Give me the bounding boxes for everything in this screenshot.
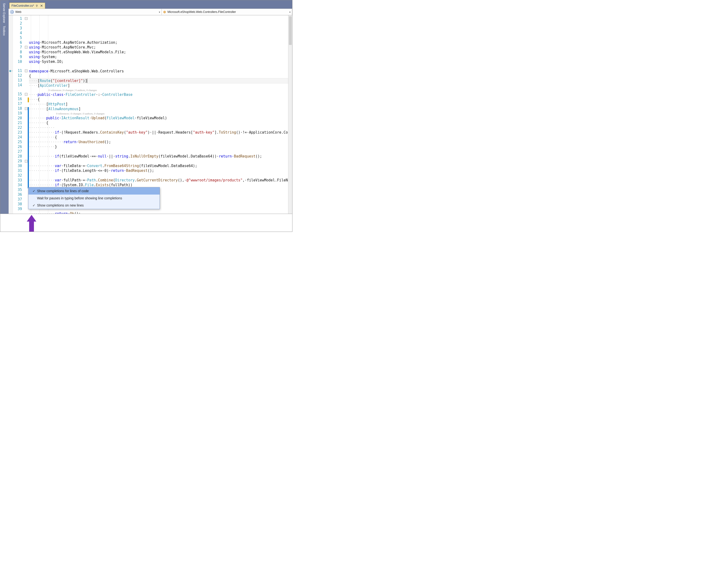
- fold-box-icon[interactable]: −: [25, 70, 27, 72]
- rail-tab-toolbox[interactable]: Toolbox: [0, 24, 8, 37]
- line-numbers: 1234567891011121314151617181920212223242…: [13, 15, 25, 225]
- fold-box-icon[interactable]: −: [25, 107, 27, 110]
- glyph-margin: ◉↑: [8, 15, 13, 225]
- window: Server Explorer Toolbox FileController.c…: [0, 0, 292, 232]
- fold-box-icon[interactable]: −: [25, 93, 27, 96]
- document-tab-well: FileController.cs* ⚲ ✕: [8, 1, 292, 8]
- canvas-whitespace: [0, 214, 292, 232]
- rail-tab-server-explorer[interactable]: Server Explorer: [0, 2, 8, 24]
- pin-icon[interactable]: ⚲: [36, 4, 38, 7]
- outlining-margin: − − − − − −: [25, 15, 28, 225]
- callout-arrow-icon: [27, 215, 36, 232]
- check-icon: ✓: [31, 203, 37, 207]
- intellicode-options-popup: ✓ Show completions for lines of code Wai…: [28, 187, 160, 209]
- nav-dropdown-class[interactable]: ⚙ Microsoft.eShopWeb.Web.Controllers.Fil…: [162, 9, 292, 15]
- navigation-bar: Web ▾ ⚙ Microsoft.eShopWeb.Web.Controlle…: [8, 8, 292, 15]
- popup-item-label: Show completions on new lines: [37, 203, 84, 207]
- fold-box-icon[interactable]: −: [25, 17, 27, 20]
- vertical-scrollbar[interactable]: [288, 15, 292, 225]
- document-tab-label: FileController.cs*: [11, 4, 34, 7]
- fold-box-icon[interactable]: −: [25, 160, 27, 162]
- popup-item-new-lines[interactable]: ✓ Show completions on new lines: [28, 202, 160, 209]
- class-icon: ⚙: [163, 10, 166, 14]
- chevron-down-icon: ▾: [289, 11, 290, 14]
- popup-item-show-completions[interactable]: ✓ Show completions for lines of code: [28, 187, 160, 195]
- globe-icon: [10, 10, 14, 14]
- chevron-down-icon: ▾: [159, 11, 160, 14]
- popup-item-label: Wait for pauses in typing before showing…: [37, 196, 122, 200]
- nav-class-label: Microsoft.eShopWeb.Web.Controllers.FileC…: [167, 10, 236, 14]
- popup-item-wait-pauses[interactable]: Wait for pauses in typing before showing…: [28, 195, 160, 202]
- nav-project-label: Web: [15, 10, 21, 14]
- fold-box-icon[interactable]: −: [25, 46, 27, 49]
- close-icon[interactable]: ✕: [40, 4, 44, 8]
- nav-dropdown-project[interactable]: Web ▾: [8, 9, 162, 15]
- scrollbar-thumb[interactable]: [289, 16, 292, 45]
- document-tab-filecontroller[interactable]: FileController.cs* ⚲ ✕: [9, 3, 45, 8]
- implements-glyph-icon[interactable]: ◉↑: [9, 69, 13, 72]
- svg-marker-0: [27, 215, 36, 232]
- tool-rail: Server Explorer Toolbox: [0, 0, 8, 232]
- popup-item-label: Show completions for lines of code: [37, 189, 89, 193]
- check-icon: ✓: [31, 189, 37, 193]
